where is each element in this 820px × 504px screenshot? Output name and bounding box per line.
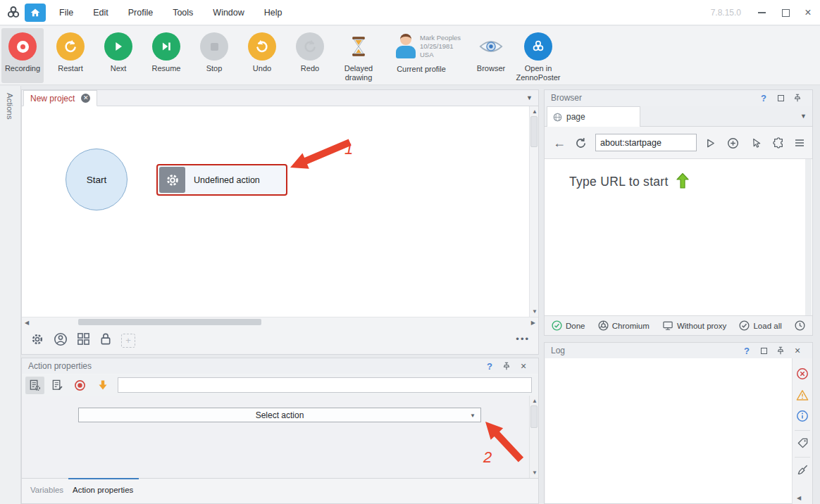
- menu-tools[interactable]: Tools: [163, 8, 203, 18]
- menu-hamburger-icon[interactable]: [792, 135, 807, 151]
- scroll-up-icon[interactable]: ▲: [532, 108, 538, 115]
- current-profile-button[interactable]: Mark Peoples 10/25/1981 USA Current prof…: [386, 28, 456, 83]
- flow-canvas[interactable]: Start Undefined action 1 ▲ ▼: [22, 106, 538, 317]
- filter-errors-icon[interactable]: [795, 367, 809, 381]
- tags-icon[interactable]: [795, 436, 809, 450]
- resume-button[interactable]: Resume: [144, 28, 189, 83]
- go-icon[interactable]: [702, 135, 718, 151]
- menu-file[interactable]: File: [49, 8, 83, 18]
- main-toolbar: Recording Restart Next Resume Stop: [0, 26, 820, 85]
- tab-new-project[interactable]: New project ✕: [23, 90, 97, 106]
- undo-button[interactable]: Undo: [240, 28, 285, 83]
- canvas-horizontal-scrollbar[interactable]: ◀ ▶: [22, 317, 538, 327]
- menu-profile[interactable]: Profile: [118, 8, 163, 18]
- scroll-right-icon[interactable]: ▶: [531, 320, 535, 326]
- panel-close-icon[interactable]: ×: [515, 358, 532, 374]
- menu-help[interactable]: Help: [254, 8, 292, 18]
- browser-toggle-button[interactable]: Browser: [468, 28, 514, 83]
- eye-icon: [477, 32, 505, 61]
- history-clock-icon[interactable]: [795, 320, 805, 331]
- profile-avatar: [392, 32, 420, 60]
- canvas-tools-row: + •••: [22, 327, 538, 354]
- stop-button[interactable]: Stop: [192, 28, 237, 83]
- canvas-hscroll-thumb[interactable]: [78, 319, 261, 325]
- browser-tab-dropdown-icon[interactable]: ▼: [800, 113, 807, 120]
- tab-close-icon[interactable]: ✕: [81, 94, 90, 103]
- redo-button[interactable]: Redo: [287, 28, 333, 83]
- maximize-button[interactable]: [775, 0, 796, 25]
- maximize-panel-icon[interactable]: [755, 343, 772, 358]
- more-options-icon[interactable]: •••: [516, 334, 530, 344]
- next-button[interactable]: Next: [96, 28, 141, 83]
- maximize-panel-icon[interactable]: [772, 90, 789, 106]
- properties-vscroll-thumb[interactable]: [530, 405, 538, 428]
- left-dock-strip: Actions: [0, 86, 21, 504]
- add-tab-icon[interactable]: [725, 135, 740, 151]
- tab-list-dropdown-icon[interactable]: ▼: [526, 94, 533, 101]
- canvas-vscroll-thumb[interactable]: [530, 116, 538, 147]
- pin-icon[interactable]: [498, 358, 515, 374]
- apply-down-arrow-button[interactable]: [93, 377, 112, 394]
- recording-button[interactable]: Recording: [1, 28, 44, 83]
- scroll-left-icon[interactable]: ◀: [797, 495, 801, 501]
- canvas-settings-gear-icon[interactable]: [30, 332, 44, 349]
- done-check-icon: [552, 320, 562, 331]
- scroll-left-icon[interactable]: ◀: [25, 320, 29, 326]
- tab-variables[interactable]: Variables: [30, 486, 63, 494]
- annotation-arrow-2: [471, 415, 538, 477]
- browser-nav-toolbar: ←: [545, 127, 812, 159]
- scroll-down-icon[interactable]: ▼: [532, 470, 538, 476]
- scroll-up-icon[interactable]: ▲: [532, 398, 538, 404]
- delayed-drawing-button[interactable]: Delayed drawing: [335, 28, 382, 83]
- filter-warnings-icon[interactable]: [795, 388, 809, 402]
- title-bar: File Edit Profile Tools Window Help 7.8.…: [0, 0, 820, 25]
- cursor-pointer-icon[interactable]: [748, 135, 764, 151]
- scroll-down-icon[interactable]: ▼: [532, 308, 538, 315]
- clear-log-brush-icon[interactable]: [795, 462, 809, 477]
- browser-scrollbar[interactable]: [805, 159, 812, 315]
- status-engine[interactable]: Chromium: [598, 320, 650, 331]
- filter-info-icon[interactable]: [795, 409, 809, 423]
- home-button[interactable]: [25, 4, 46, 22]
- status-proxy[interactable]: Without proxy: [662, 321, 726, 331]
- minimize-button[interactable]: [751, 0, 772, 25]
- action-comment-input[interactable]: [118, 377, 532, 393]
- edit-code-button[interactable]: [48, 377, 67, 394]
- actions-dock-tab[interactable]: Actions: [6, 93, 14, 120]
- open-in-zennoposter-button[interactable]: Open in ZennoPoster: [513, 28, 564, 83]
- zennolab-logo-icon: [6, 5, 21, 20]
- properties-view-button[interactable]: [25, 377, 44, 394]
- undefined-action-node[interactable]: Undefined action: [156, 164, 287, 196]
- tab-action-properties[interactable]: Action properties: [73, 486, 133, 494]
- help-icon[interactable]: ?: [755, 90, 772, 106]
- undo-icon: [248, 32, 276, 61]
- action-properties-header: Action properties ? ×: [22, 358, 538, 374]
- profile-view-icon[interactable]: [54, 332, 68, 349]
- restart-button[interactable]: Restart: [48, 28, 93, 83]
- browser-viewport[interactable]: Type URL to start: [545, 159, 812, 315]
- lock-icon[interactable]: [99, 332, 112, 348]
- properties-vertical-scrollbar[interactable]: ▲ ▼: [529, 396, 538, 478]
- back-icon[interactable]: ←: [552, 135, 567, 151]
- pin-icon[interactable]: [772, 343, 789, 358]
- help-icon[interactable]: ?: [481, 358, 498, 374]
- select-action-combobox[interactable]: Select action ▼: [78, 408, 481, 422]
- menu-window[interactable]: Window: [203, 8, 254, 18]
- help-icon[interactable]: ?: [738, 343, 755, 358]
- close-button[interactable]: ×: [797, 0, 819, 25]
- extensions-puzzle-icon[interactable]: [771, 135, 786, 151]
- menu-edit[interactable]: Edit: [83, 8, 118, 18]
- canvas-vertical-scrollbar[interactable]: ▲ ▼: [529, 106, 538, 317]
- action-properties-content: Select action ▼ 2: [22, 396, 538, 478]
- status-load-policy[interactable]: Load all: [739, 320, 781, 331]
- record-action-button[interactable]: [70, 377, 89, 394]
- resume-icon: [152, 32, 180, 61]
- start-node[interactable]: Start: [66, 149, 128, 210]
- url-input[interactable]: [595, 134, 697, 151]
- profile-name: Mark Peoples: [420, 34, 461, 42]
- reload-icon[interactable]: [573, 135, 588, 151]
- pin-icon[interactable]: [789, 90, 806, 106]
- browser-tab-page[interactable]: page: [547, 106, 640, 127]
- group-blocks-icon[interactable]: [77, 332, 90, 348]
- panel-close-icon[interactable]: ×: [789, 343, 806, 358]
